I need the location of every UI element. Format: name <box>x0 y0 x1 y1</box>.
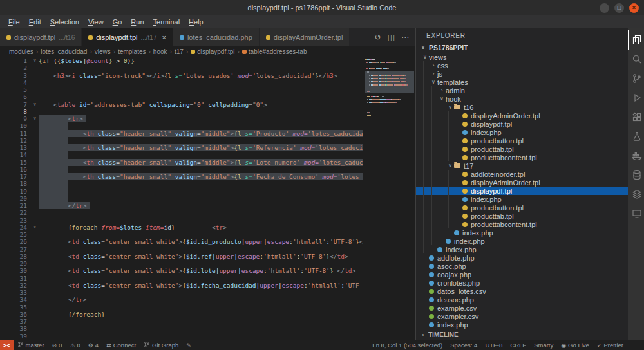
open-changes-icon[interactable]: ↺ <box>375 33 381 42</box>
code-line[interactable]: 29 <box>0 260 363 267</box>
breadcrumb-item-templates[interactable]: templates <box>118 48 146 55</box>
explorer-root-folder[interactable]: ∨ PS1786PPIT <box>416 42 628 52</box>
code-line[interactable]: 3 <h3><i class="icon-truck"></i>{l s='Lo… <box>0 72 363 79</box>
code-line[interactable]: 21 </tr> <box>0 202 363 209</box>
minimize-button[interactable]: – <box>600 3 609 13</box>
extensions-icon[interactable] <box>628 107 644 127</box>
layers-icon[interactable] <box>628 185 644 204</box>
code-line[interactable]: 9∨ <tr> <box>0 115 363 122</box>
folder-t17[interactable]: ∨t17 <box>416 161 628 170</box>
status-encoding[interactable]: UTF-8 <box>481 340 506 350</box>
menu-help[interactable]: Help <box>184 17 208 27</box>
minimap[interactable] <box>363 57 415 340</box>
status-errors[interactable]: ⊘0 <box>48 340 66 350</box>
code-line[interactable]: 39 <box>0 333 363 340</box>
file-producttab.tpl[interactable]: producttab.tpl <box>416 212 628 220</box>
code-line[interactable]: 16 <box>0 166 363 173</box>
file-productbutton.tpl[interactable]: productbutton.tpl <box>416 203 628 212</box>
breadcrumb-item-displaypdf.tpl[interactable]: displaypdf.tpl <box>191 48 234 55</box>
search-icon[interactable] <box>628 50 644 69</box>
file-producttab.tpl[interactable]: producttab.tpl <box>416 145 628 153</box>
code-line[interactable]: 23 <box>0 217 363 224</box>
database-icon[interactable] <box>628 165 644 185</box>
close-button[interactable]: × <box>629 3 639 13</box>
breadcrumb-item-views[interactable]: views <box>95 48 111 55</box>
file-index.php[interactable]: index.php <box>416 195 628 203</box>
code-line[interactable]: 32 <td class="center small white">{$id.f… <box>0 282 363 289</box>
code-line[interactable]: 37 <box>0 318 363 325</box>
testing-icon[interactable] <box>628 127 644 146</box>
tab-displaypdf.tpl[interactable]: displaypdf.tpl.../t17× <box>82 28 173 46</box>
file-index.php[interactable]: index.php <box>416 245 628 253</box>
code-line[interactable]: 12 <box>0 137 363 144</box>
run-debug-icon[interactable] <box>628 88 644 107</box>
menu-file[interactable]: File <box>4 17 24 27</box>
folder-hook[interactable]: ∨hook <box>416 95 628 103</box>
folder-js[interactable]: ›js <box>416 69 628 78</box>
file-index.php[interactable]: index.php <box>416 128 628 136</box>
file-producttabcontent.tpl[interactable]: producttabcontent.tpl <box>416 220 628 228</box>
code-line[interactable]: 14 <box>0 151 363 158</box>
code-line[interactable]: 24∨ {foreach from=$lotes item=id} <tr> <box>0 224 363 231</box>
file-index.php[interactable]: index.php <box>416 320 628 329</box>
fold-chevron-icon[interactable]: ∨ <box>31 115 39 122</box>
code-line[interactable]: 22 <box>0 209 363 216</box>
docker-icon[interactable] <box>628 146 644 165</box>
file-datos_lotes.csv[interactable]: datos_lotes.csv <box>416 287 628 295</box>
status-git-branch[interactable]: master <box>14 340 48 350</box>
code-line[interactable]: 13 <th class="header small" valign="midd… <box>0 144 363 151</box>
folder-templates[interactable]: ∨templates <box>416 78 628 86</box>
menu-view[interactable]: View <box>84 17 108 27</box>
menu-run[interactable]: Run <box>126 17 148 27</box>
breadcrumb-item-hook[interactable]: hook <box>153 48 167 55</box>
fold-chevron-icon[interactable]: ∨ <box>31 224 39 231</box>
code-line[interactable]: 36 {/foreach} <box>0 311 363 318</box>
tab-displaypdf.tpl[interactable]: displaypdf.tpl.../t16 <box>0 28 82 46</box>
tab-displayAdminOrder.tpl[interactable]: displayAdminOrder.tpl <box>260 28 350 46</box>
code-line[interactable]: 7∨ <table id="addresses-tab" cellspacing… <box>0 101 363 108</box>
file-index.php[interactable]: index.php <box>416 228 628 237</box>
breadcrumb-item-lotes_caducidad[interactable]: lotes_caducidad <box>41 48 87 55</box>
code-line[interactable]: 5 <box>0 86 363 93</box>
timeline-section[interactable]: › TIMELINE <box>416 329 628 340</box>
status-tasks[interactable]: ⚙4 <box>84 340 102 350</box>
code-line[interactable]: 1∨{if ({$lotes|@count} > 0)} <box>0 57 363 64</box>
file-displayAdminOrder.tpl[interactable]: displayAdminOrder.tpl <box>416 178 628 187</box>
menu-edit[interactable]: Edit <box>24 17 46 27</box>
file-addloteinorder.tpl[interactable]: addloteinorder.tpl <box>416 170 628 178</box>
code-line[interactable]: 38 <box>0 325 363 332</box>
source-control-icon[interactable] <box>628 69 644 88</box>
code-line[interactable]: 11 <th class="header small" valign="midd… <box>0 130 363 137</box>
code-line[interactable]: 6 <box>0 93 363 100</box>
code-line[interactable]: 30 <td class="center small white">{$id.l… <box>0 267 363 274</box>
file-index.php[interactable]: index.php <box>416 237 628 245</box>
file-addlote.php[interactable]: addlote.php <box>416 253 628 262</box>
status-prettier[interactable]: ✓Prettier <box>593 340 627 350</box>
status-language-mode[interactable]: Smarty <box>530 340 557 350</box>
code-line[interactable]: 31 <box>0 275 363 282</box>
file-producttabcontent.tpl[interactable]: producttabcontent.tpl <box>416 153 628 161</box>
maximize-button[interactable]: □ <box>614 3 624 13</box>
status-go-live[interactable]: ◉Go Live <box>557 340 593 350</box>
status-eol[interactable]: CRLF <box>506 340 530 350</box>
code-line[interactable]: 15 <th class="header small" valign="midd… <box>0 159 363 166</box>
tab-lotes_caducidad.php[interactable]: lotes_caducidad.php <box>173 28 260 46</box>
folder-admin[interactable]: ›admin <box>416 86 628 95</box>
file-asoc.php[interactable]: asoc.php <box>416 262 628 270</box>
code-line[interactable]: 10 <box>0 122 363 129</box>
split-editor-icon[interactable]: ◫ <box>388 33 395 42</box>
code-line[interactable]: 20 <box>0 195 363 202</box>
file-coajax.php[interactable]: coajax.php <box>416 270 628 279</box>
file-cronlotes.php[interactable]: cronlotes.php <box>416 279 628 287</box>
status-cursor-position[interactable]: Ln 8, Col 1 (504 selected) <box>368 340 446 350</box>
more-actions-icon[interactable]: ⋯ <box>401 33 409 42</box>
menu-terminal[interactable]: Terminal <box>149 17 185 27</box>
code-line[interactable]: 27 <box>0 246 363 253</box>
folder-css[interactable]: ›css <box>416 61 628 69</box>
code-line[interactable]: 25 <box>0 231 363 238</box>
breadcrumb-item-table#addresses-tab[interactable]: table#addresses-tab <box>242 48 307 55</box>
code-line[interactable]: 35 <box>0 304 363 311</box>
breadcrumb-item-t17[interactable]: t17 <box>175 48 184 55</box>
folder-t16[interactable]: ∨t16 <box>416 103 628 111</box>
menu-selection[interactable]: Selection <box>46 17 84 27</box>
